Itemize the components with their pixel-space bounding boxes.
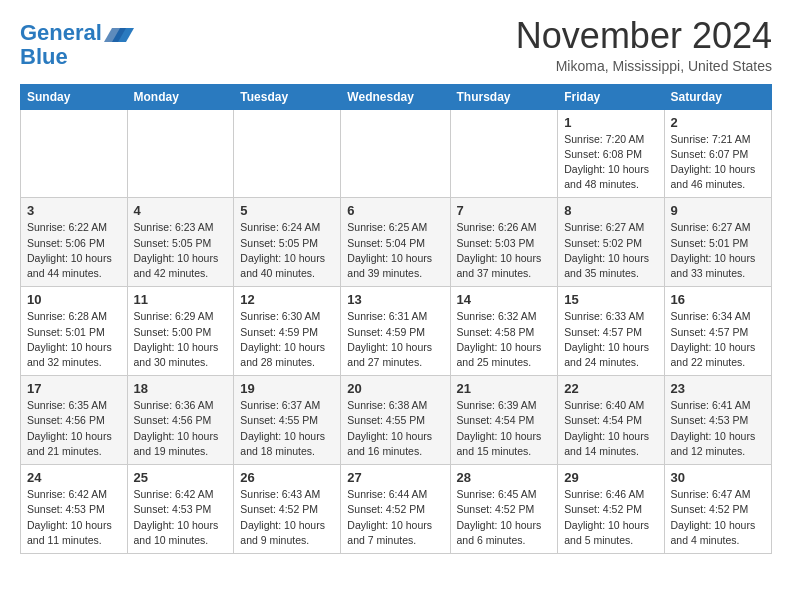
day-number: 24 [27, 470, 121, 485]
day-info: Sunrise: 6:39 AM Sunset: 4:54 PM Dayligh… [457, 398, 552, 459]
calendar-cell [21, 109, 128, 198]
day-number: 30 [671, 470, 765, 485]
day-number: 23 [671, 381, 765, 396]
week-row-4: 17Sunrise: 6:35 AM Sunset: 4:56 PM Dayli… [21, 376, 772, 465]
day-info: Sunrise: 6:34 AM Sunset: 4:57 PM Dayligh… [671, 309, 765, 370]
day-info: Sunrise: 6:31 AM Sunset: 4:59 PM Dayligh… [347, 309, 443, 370]
calendar-cell: 17Sunrise: 6:35 AM Sunset: 4:56 PM Dayli… [21, 376, 128, 465]
day-number: 14 [457, 292, 552, 307]
day-info: Sunrise: 6:35 AM Sunset: 4:56 PM Dayligh… [27, 398, 121, 459]
calendar-cell: 1Sunrise: 7:20 AM Sunset: 6:08 PM Daylig… [558, 109, 664, 198]
day-number: 28 [457, 470, 552, 485]
month-title: November 2024 [516, 16, 772, 56]
day-number: 21 [457, 381, 552, 396]
day-number: 26 [240, 470, 334, 485]
day-info: Sunrise: 7:20 AM Sunset: 6:08 PM Dayligh… [564, 132, 657, 193]
day-info: Sunrise: 6:29 AM Sunset: 5:00 PM Dayligh… [134, 309, 228, 370]
calendar-cell: 16Sunrise: 6:34 AM Sunset: 4:57 PM Dayli… [664, 287, 771, 376]
day-info: Sunrise: 6:41 AM Sunset: 4:53 PM Dayligh… [671, 398, 765, 459]
day-info: Sunrise: 6:33 AM Sunset: 4:57 PM Dayligh… [564, 309, 657, 370]
logo: General Blue [20, 20, 134, 68]
weekday-header-monday: Monday [127, 84, 234, 109]
day-info: Sunrise: 6:43 AM Sunset: 4:52 PM Dayligh… [240, 487, 334, 548]
day-info: Sunrise: 6:27 AM Sunset: 5:02 PM Dayligh… [564, 220, 657, 281]
day-number: 12 [240, 292, 334, 307]
weekday-header-friday: Friday [558, 84, 664, 109]
calendar-cell: 13Sunrise: 6:31 AM Sunset: 4:59 PM Dayli… [341, 287, 450, 376]
calendar-cell: 8Sunrise: 6:27 AM Sunset: 5:02 PM Daylig… [558, 198, 664, 287]
calendar-cell: 3Sunrise: 6:22 AM Sunset: 5:06 PM Daylig… [21, 198, 128, 287]
day-info: Sunrise: 6:46 AM Sunset: 4:52 PM Dayligh… [564, 487, 657, 548]
day-info: Sunrise: 6:26 AM Sunset: 5:03 PM Dayligh… [457, 220, 552, 281]
day-info: Sunrise: 6:28 AM Sunset: 5:01 PM Dayligh… [27, 309, 121, 370]
calendar-cell: 7Sunrise: 6:26 AM Sunset: 5:03 PM Daylig… [450, 198, 558, 287]
calendar-cell: 29Sunrise: 6:46 AM Sunset: 4:52 PM Dayli… [558, 465, 664, 554]
day-number: 1 [564, 115, 657, 130]
day-number: 10 [27, 292, 121, 307]
calendar-cell: 26Sunrise: 6:43 AM Sunset: 4:52 PM Dayli… [234, 465, 341, 554]
weekday-header-wednesday: Wednesday [341, 84, 450, 109]
weekday-header-thursday: Thursday [450, 84, 558, 109]
location: Mikoma, Mississippi, United States [516, 58, 772, 74]
calendar-cell: 27Sunrise: 6:44 AM Sunset: 4:52 PM Dayli… [341, 465, 450, 554]
day-info: Sunrise: 6:30 AM Sunset: 4:59 PM Dayligh… [240, 309, 334, 370]
day-number: 15 [564, 292, 657, 307]
calendar-cell: 9Sunrise: 6:27 AM Sunset: 5:01 PM Daylig… [664, 198, 771, 287]
header: General Blue November 2024 Mikoma, Missi… [20, 16, 772, 74]
calendar-cell [341, 109, 450, 198]
day-info: Sunrise: 6:40 AM Sunset: 4:54 PM Dayligh… [564, 398, 657, 459]
day-number: 29 [564, 470, 657, 485]
week-row-5: 24Sunrise: 6:42 AM Sunset: 4:53 PM Dayli… [21, 465, 772, 554]
calendar-cell: 28Sunrise: 6:45 AM Sunset: 4:52 PM Dayli… [450, 465, 558, 554]
header-row: SundayMondayTuesdayWednesdayThursdayFrid… [21, 84, 772, 109]
day-info: Sunrise: 6:27 AM Sunset: 5:01 PM Dayligh… [671, 220, 765, 281]
day-number: 8 [564, 203, 657, 218]
day-number: 6 [347, 203, 443, 218]
day-number: 7 [457, 203, 552, 218]
day-number: 11 [134, 292, 228, 307]
day-info: Sunrise: 6:22 AM Sunset: 5:06 PM Dayligh… [27, 220, 121, 281]
day-info: Sunrise: 6:24 AM Sunset: 5:05 PM Dayligh… [240, 220, 334, 281]
week-row-2: 3Sunrise: 6:22 AM Sunset: 5:06 PM Daylig… [21, 198, 772, 287]
title-area: November 2024 Mikoma, Mississippi, Unite… [516, 16, 772, 74]
calendar-cell: 12Sunrise: 6:30 AM Sunset: 4:59 PM Dayli… [234, 287, 341, 376]
logo-text: General [20, 22, 102, 44]
week-row-3: 10Sunrise: 6:28 AM Sunset: 5:01 PM Dayli… [21, 287, 772, 376]
day-number: 19 [240, 381, 334, 396]
day-number: 27 [347, 470, 443, 485]
calendar-cell: 6Sunrise: 6:25 AM Sunset: 5:04 PM Daylig… [341, 198, 450, 287]
day-info: Sunrise: 6:36 AM Sunset: 4:56 PM Dayligh… [134, 398, 228, 459]
calendar-cell: 2Sunrise: 7:21 AM Sunset: 6:07 PM Daylig… [664, 109, 771, 198]
day-number: 20 [347, 381, 443, 396]
day-number: 3 [27, 203, 121, 218]
day-info: Sunrise: 7:21 AM Sunset: 6:07 PM Dayligh… [671, 132, 765, 193]
calendar-table: SundayMondayTuesdayWednesdayThursdayFrid… [20, 84, 772, 554]
logo-icon [104, 22, 134, 46]
day-number: 17 [27, 381, 121, 396]
day-number: 2 [671, 115, 765, 130]
calendar-cell: 19Sunrise: 6:37 AM Sunset: 4:55 PM Dayli… [234, 376, 341, 465]
calendar-cell [127, 109, 234, 198]
calendar-cell: 30Sunrise: 6:47 AM Sunset: 4:52 PM Dayli… [664, 465, 771, 554]
calendar-cell: 18Sunrise: 6:36 AM Sunset: 4:56 PM Dayli… [127, 376, 234, 465]
day-number: 22 [564, 381, 657, 396]
day-info: Sunrise: 6:42 AM Sunset: 4:53 PM Dayligh… [27, 487, 121, 548]
day-info: Sunrise: 6:38 AM Sunset: 4:55 PM Dayligh… [347, 398, 443, 459]
day-number: 5 [240, 203, 334, 218]
page: General Blue November 2024 Mikoma, Missi… [0, 0, 792, 564]
day-info: Sunrise: 6:32 AM Sunset: 4:58 PM Dayligh… [457, 309, 552, 370]
day-number: 18 [134, 381, 228, 396]
day-info: Sunrise: 6:47 AM Sunset: 4:52 PM Dayligh… [671, 487, 765, 548]
calendar-cell: 11Sunrise: 6:29 AM Sunset: 5:00 PM Dayli… [127, 287, 234, 376]
calendar-cell: 14Sunrise: 6:32 AM Sunset: 4:58 PM Dayli… [450, 287, 558, 376]
day-info: Sunrise: 6:45 AM Sunset: 4:52 PM Dayligh… [457, 487, 552, 548]
calendar-cell: 25Sunrise: 6:42 AM Sunset: 4:53 PM Dayli… [127, 465, 234, 554]
day-info: Sunrise: 6:23 AM Sunset: 5:05 PM Dayligh… [134, 220, 228, 281]
weekday-header-saturday: Saturday [664, 84, 771, 109]
calendar-cell: 24Sunrise: 6:42 AM Sunset: 4:53 PM Dayli… [21, 465, 128, 554]
day-number: 9 [671, 203, 765, 218]
day-number: 16 [671, 292, 765, 307]
calendar-cell: 10Sunrise: 6:28 AM Sunset: 5:01 PM Dayli… [21, 287, 128, 376]
weekday-header-sunday: Sunday [21, 84, 128, 109]
day-number: 13 [347, 292, 443, 307]
